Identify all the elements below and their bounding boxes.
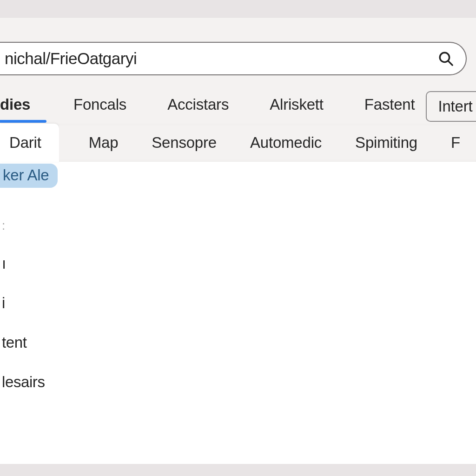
tab-accistars[interactable]: Accistars (156, 89, 240, 124)
list-item[interactable]: tent (2, 335, 476, 350)
highlight-chip[interactable]: ker Ale (0, 164, 58, 188)
tab-alriskett[interactable]: Alriskett (258, 89, 335, 124)
window: dies Foncals Accistars Alriskett Fastent… (0, 0, 476, 476)
subtab-automedic[interactable]: Automedic (233, 124, 338, 162)
list-item[interactable]: : (2, 219, 476, 231)
list-item[interactable]: i (2, 295, 476, 311)
sidebar-list: : ı i tent lesairs (0, 219, 476, 390)
tab-dies[interactable]: dies (0, 89, 44, 124)
search-container[interactable] (0, 42, 467, 75)
tab-fastent[interactable]: Fastent (353, 89, 426, 124)
primary-tab-row: dies Foncals Accistars Alriskett Fastent… (0, 82, 476, 124)
list-item[interactable]: lesairs (2, 374, 476, 390)
subtab-f[interactable]: F (434, 124, 460, 162)
content-area: ker Ale : ı i tent lesairs (0, 162, 476, 464)
subtab-map[interactable]: Map (72, 124, 135, 162)
tab-foncals[interactable]: Foncals (62, 89, 138, 124)
titlebar (0, 0, 476, 17)
header-region: dies Foncals Accistars Alriskett Fastent… (0, 17, 476, 162)
subtab-darit[interactable]: Darit (0, 124, 59, 162)
subtab-sensopre[interactable]: Sensopre (135, 124, 233, 162)
subtab-spimiting[interactable]: Spimiting (338, 124, 434, 162)
list-item[interactable]: ı (2, 256, 476, 271)
intert-button[interactable]: Intert (426, 91, 476, 122)
secondary-tab-row: Darit Map Sensopre Automedic Spimiting F (0, 124, 476, 162)
svg-line-1 (448, 61, 452, 65)
search-input[interactable] (4, 49, 438, 68)
secondary-tab-rest: Map Sensopre Automedic Spimiting F (59, 124, 476, 162)
search-icon[interactable] (438, 51, 454, 66)
search-row (0, 18, 476, 82)
